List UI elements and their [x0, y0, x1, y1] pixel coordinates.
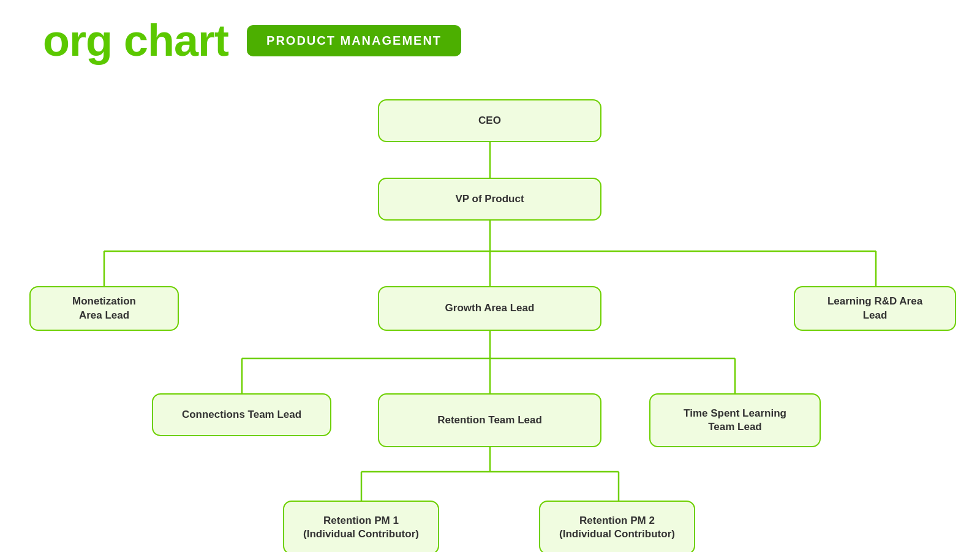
node-ceo[interactable]: CEO [378, 99, 601, 142]
node-retention-pm1[interactable]: Retention PM 1(Individual Contributor) [283, 501, 439, 552]
org-chart-area: CEO VP of Product MonetizationArea Lead … [0, 69, 980, 546]
page-title: org chart [43, 18, 228, 62]
node-growth[interactable]: Growth Area Lead [378, 286, 601, 331]
node-monetization[interactable]: MonetizationArea Lead [29, 286, 179, 331]
node-connections[interactable]: Connections Team Lead [152, 393, 331, 436]
node-vp[interactable]: VP of Product [378, 178, 601, 221]
node-retention-pm2[interactable]: Retention PM 2(Individual Contributor) [539, 501, 695, 552]
department-badge[interactable]: PRODUCT MANAGEMENT [247, 25, 461, 56]
node-time-spent[interactable]: Time Spent LearningTeam Lead [649, 393, 821, 447]
page-header: org chart PRODUCT MANAGEMENT [0, 0, 980, 69]
node-retention[interactable]: Retention Team Lead [378, 393, 601, 447]
node-learning-rd[interactable]: Learning R&D AreaLead [794, 286, 956, 331]
